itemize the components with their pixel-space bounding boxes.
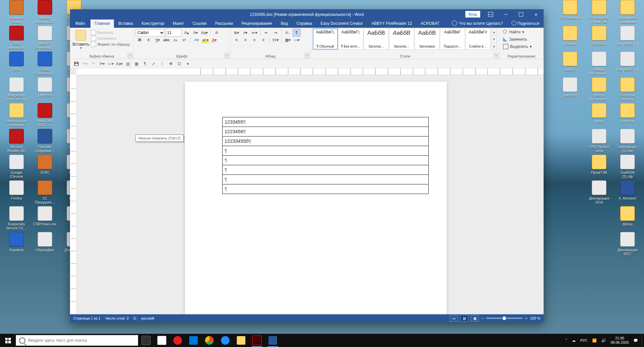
status-spellcheck-icon[interactable]: ☑ (133, 316, 136, 321)
tab-mailings[interactable]: Рассылки (211, 19, 237, 28)
numbering-button[interactable]: ≡▾ (241, 29, 249, 37)
status-word-count[interactable]: Число слов: 3 (105, 316, 128, 320)
tab-design[interactable]: Конструктор (137, 19, 168, 28)
paragraph-dialog-launcher[interactable]: ↘ (305, 53, 309, 58)
font-dialog-launcher[interactable]: ↘ (225, 53, 229, 58)
grow-font-button[interactable]: A▴ (183, 29, 191, 37)
desktop-icon[interactable]: СРО Проект сити (587, 129, 611, 155)
font-name-select[interactable]: Calibri (136, 29, 165, 36)
desktop-icon[interactable]: ПромТЭК (587, 155, 611, 180)
qat-button-4[interactable]: ⟳▾ (98, 60, 106, 67)
desktop-icon[interactable]: AutoCAD 2016 — … (33, 103, 57, 129)
change-case-button[interactable]: Aa▾ (200, 29, 208, 37)
taskbar-app-mail[interactable] (186, 334, 201, 347)
tab-review[interactable]: Рецензирование (237, 19, 276, 28)
titlebar[interactable]: 1233455.doc [Режим ограниченной функцион… (70, 9, 544, 19)
taskbar-app-acrobat[interactable] (249, 334, 265, 347)
show-hide-paragraph-button[interactable]: ¶ (293, 29, 301, 37)
table-cell[interactable]: 1233455 (223, 117, 429, 127)
view-read-button[interactable]: ▭ (450, 315, 458, 322)
desktop-icon[interactable]: Этот компьютер (5, 26, 28, 52)
qat-customize-button[interactable]: ▾ (184, 60, 192, 67)
tray-network-icon[interactable]: 📶 (590, 334, 599, 347)
desktop-icon[interactable]: Kaspersky Total Security (5, 77, 28, 103)
cut-button[interactable]: Вырезать (90, 30, 131, 35)
strikethrough-button[interactable]: abc (162, 36, 170, 44)
format-painter-button[interactable]: Формат по образцу (90, 42, 131, 47)
bullets-button[interactable]: ≣▾ (233, 29, 240, 37)
font-size-input[interactable] (166, 29, 182, 37)
line-spacing-button[interactable]: ‡≡▾ (271, 36, 279, 44)
desktop-icon[interactable]: образцфат (33, 232, 57, 258)
desktop-icon[interactable]: 4. Аппатит (616, 180, 639, 206)
align-center-button[interactable]: ≡ (241, 36, 249, 44)
desktop-icon[interactable]: Безопасные платежи (5, 103, 28, 129)
view-print-layout-button[interactable]: ▥ (460, 315, 468, 322)
tray-clock[interactable]: 21:0508.06.2020 (608, 334, 631, 347)
qat-button-10[interactable]: ⤢ (150, 60, 157, 67)
style-item[interactable]: АаБбВЗаголов… (364, 28, 389, 50)
desktop-icon[interactable]: ТП Роснефть (558, 0, 582, 26)
zoom-out-button[interactable]: − (482, 316, 483, 320)
desktop-icon[interactable]: CSPClean.exe (33, 206, 57, 232)
desktop-icon[interactable]: фото в однокласн… (587, 77, 611, 103)
table-cell[interactable]: 1223456 (223, 127, 429, 136)
task-view-button[interactable] (138, 334, 154, 347)
status-page[interactable]: Страница 1 из 1 (73, 316, 100, 320)
tab-home[interactable]: Главная (90, 19, 114, 28)
tray-onedrive-icon[interactable]: ☁ (570, 334, 578, 347)
tray-language[interactable]: РУС (578, 334, 590, 347)
qat-button-5[interactable]: ▭▾ (107, 60, 114, 67)
desktop-icon[interactable]: cadesplugin (1).exe (616, 129, 639, 155)
style-item[interactable]: АаБбВвГПодзагол… (440, 28, 465, 50)
desktop-icon[interactable]: Kaspersky Secure Co… (5, 206, 28, 232)
shading-button[interactable]: ▦▾ (284, 36, 292, 44)
subscript-button[interactable]: x₂ (171, 36, 179, 44)
styles-scroll[interactable]: ▲▼▼ (491, 28, 497, 50)
page[interactable]: 1233455122345612233455б (185, 82, 447, 314)
desktop-icon[interactable]: декл.dc8 (558, 77, 582, 103)
taskbar-app-explorer[interactable] (233, 334, 249, 347)
tray-overflow-button[interactable]: ˄ (563, 334, 570, 347)
desktop-icon[interactable]: Счета на оплату (616, 77, 639, 103)
align-left-button[interactable]: ≡ (233, 36, 240, 44)
desktop-icon[interactable]: Google Chrome (5, 155, 28, 180)
share-button[interactable]: Поделиться (507, 19, 544, 28)
replace-button[interactable]: Заменить (502, 36, 541, 43)
tab-help[interactable]: Справка (292, 19, 316, 28)
desktop-icon[interactable]: пароли (616, 103, 639, 129)
tab-references[interactable]: Ссылки (188, 19, 211, 28)
desktop-icon[interactable]: image001.jpg (616, 26, 639, 52)
superscript-button[interactable]: x² (180, 36, 188, 44)
show-desktop-button[interactable] (642, 334, 644, 347)
text-effects-button[interactable]: A▾ (193, 36, 200, 44)
maximize-button[interactable] (513, 9, 528, 19)
tab-acrobat[interactable]: ACROBAT (416, 19, 444, 28)
styles-dialog-launcher[interactable]: ↘ (494, 53, 498, 58)
styles-gallery[interactable]: АаБбВвГг,¶ ОбычныйАаБбВвГг,¶ Без инте…Аа… (313, 28, 490, 50)
status-language[interactable]: русский (141, 316, 154, 320)
justify-button[interactable]: ≡ (259, 36, 267, 44)
table-cell[interactable] (223, 175, 429, 184)
desktop-icon[interactable]: Adobe Acrobat DC (33, 0, 57, 26)
taskbar-app-word[interactable] (265, 334, 281, 347)
desktop-icon[interactable]: Total Command… (33, 52, 57, 77)
tab-layout[interactable]: Макет (168, 19, 188, 28)
minimize-button[interactable] (498, 9, 513, 19)
increase-indent-button[interactable]: ⇥ (271, 29, 279, 37)
qat-button-13[interactable]: Ω (176, 60, 183, 67)
style-item[interactable]: АаБбВвГгСлабое в… (465, 28, 490, 50)
taskbar-app-edge[interactable] (217, 334, 233, 347)
desktop-icon[interactable]: Корзина (5, 232, 28, 258)
find-button[interactable]: Найти ▾ (502, 28, 541, 36)
desktop-icon[interactable]: image002.jpg (616, 52, 639, 77)
desktop-icon[interactable]: Декларация 2018 (587, 180, 611, 206)
style-item[interactable]: АаБбВвГг,¶ Обычный (313, 28, 338, 50)
copy-button[interactable]: Копировать (90, 36, 131, 41)
tell-me-search[interactable]: Что вы хотите сделать? (447, 19, 507, 28)
tab-view[interactable]: Вид (276, 19, 292, 28)
desktop-icon[interactable]: Договора (587, 26, 611, 52)
desktop-icon[interactable]: Отчетность ПромТЭК (587, 0, 611, 26)
zoom-slider[interactable] (486, 318, 522, 319)
document-area[interactable]: Нельзя отменить (Ctrl+Z) 123345512234561… (70, 68, 544, 314)
